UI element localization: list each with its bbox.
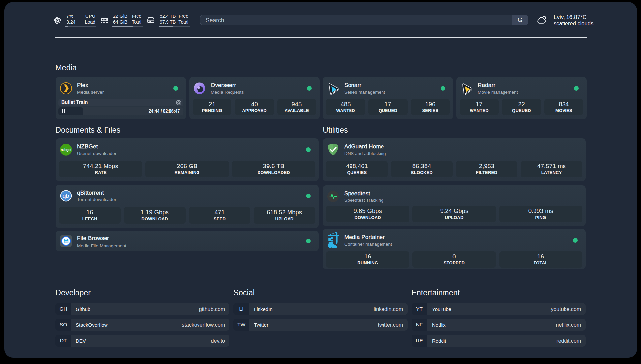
svg-text:nzbget: nzbget — [61, 148, 72, 152]
svg-text:qb: qb — [63, 193, 69, 199]
